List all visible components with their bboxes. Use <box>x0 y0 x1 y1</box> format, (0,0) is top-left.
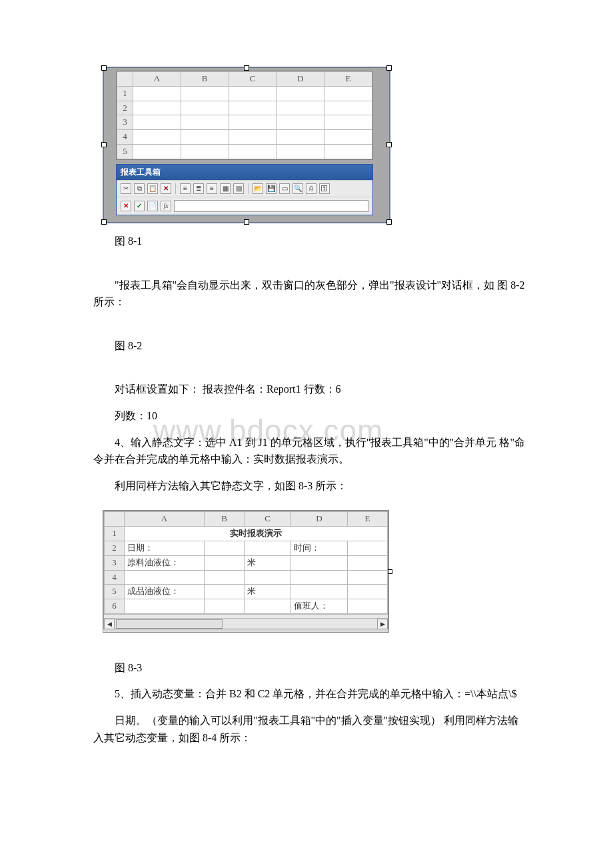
paste-icon[interactable]: 📋 <box>147 183 158 194</box>
cell[interactable] <box>245 570 291 585</box>
col-header[interactable]: E <box>348 512 388 527</box>
cell[interactable] <box>125 570 205 585</box>
cell[interactable] <box>229 144 277 159</box>
grid-corner[interactable] <box>105 512 125 527</box>
cell[interactable] <box>291 585 348 599</box>
cell[interactable] <box>181 101 229 115</box>
cell[interactable] <box>205 599 245 614</box>
var-icon[interactable]: 📄 <box>147 201 158 211</box>
cell[interactable] <box>133 115 181 130</box>
resize-handle[interactable] <box>386 142 392 147</box>
cell[interactable] <box>181 115 229 130</box>
col-header[interactable]: D <box>277 72 324 87</box>
cell[interactable] <box>133 101 181 115</box>
toolbox-title[interactable]: 报表工具箱 <box>117 165 372 180</box>
col-header[interactable]: B <box>205 512 245 527</box>
cell[interactable] <box>205 570 245 585</box>
lock-icon[interactable]: ⚿ <box>319 183 330 194</box>
cell[interactable] <box>245 599 291 614</box>
cell[interactable]: 米 <box>245 555 291 570</box>
resize-handle[interactable] <box>244 65 249 71</box>
col-header[interactable]: A <box>133 72 181 87</box>
cell[interactable] <box>181 130 229 145</box>
cell[interactable] <box>324 115 372 130</box>
row-header[interactable]: 1 <box>117 86 133 101</box>
row-header[interactable]: 2 <box>105 541 125 555</box>
row-header[interactable]: 1 <box>105 527 125 541</box>
cell[interactable] <box>348 570 388 585</box>
col-header[interactable]: C <box>245 512 291 527</box>
row-header[interactable]: 5 <box>105 585 125 599</box>
cell[interactable] <box>348 599 388 614</box>
wizard-icon[interactable]: ▭ <box>279 183 290 194</box>
row-header[interactable]: 6 <box>105 599 125 614</box>
cell[interactable]: 成品油液位： <box>125 585 205 599</box>
col-header[interactable]: A <box>125 512 205 527</box>
resize-handle[interactable] <box>388 569 392 574</box>
cell[interactable]: 日期： <box>125 541 205 555</box>
scroll-thumb[interactable] <box>116 619 223 629</box>
align-center-icon[interactable]: ≣ <box>193 183 204 194</box>
cell[interactable]: 时间： <box>291 541 348 555</box>
preview-icon[interactable]: 🔍 <box>293 183 303 194</box>
scroll-left-icon[interactable]: ◀ <box>104 619 115 629</box>
cell[interactable] <box>277 144 324 159</box>
cell[interactable] <box>205 541 245 555</box>
row-header[interactable]: 5 <box>117 144 133 159</box>
cell[interactable] <box>291 570 348 585</box>
align-right-icon[interactable]: ≡ <box>207 183 217 194</box>
cell-title[interactable]: 实时报表演示 <box>125 527 388 541</box>
row-header[interactable]: 4 <box>117 130 133 145</box>
resize-handle[interactable] <box>101 142 107 147</box>
col-header[interactable]: E <box>324 72 372 87</box>
print-icon[interactable]: ⎙ <box>306 183 316 194</box>
row-header[interactable]: 2 <box>117 101 133 115</box>
cut-icon[interactable]: ✂ <box>121 183 131 194</box>
col-header[interactable]: B <box>181 72 229 87</box>
cell[interactable] <box>125 599 205 614</box>
row-header[interactable]: 3 <box>105 555 125 570</box>
align-left-icon[interactable]: ≡ <box>180 183 191 194</box>
copy-icon[interactable]: ⧉ <box>134 183 145 194</box>
cell[interactable] <box>205 585 245 599</box>
cell[interactable] <box>324 144 372 159</box>
cell[interactable] <box>348 541 388 555</box>
resize-handle[interactable] <box>101 219 107 225</box>
cell[interactable] <box>229 130 277 145</box>
cell[interactable] <box>291 555 348 570</box>
formula-input[interactable] <box>174 200 368 212</box>
cell[interactable] <box>205 555 245 570</box>
resize-handle[interactable] <box>386 65 392 71</box>
spreadsheet-grid[interactable]: A B C D E 1 2 3 4 5 <box>116 71 373 160</box>
cell[interactable] <box>229 101 277 115</box>
confirm-icon[interactable]: ✓ <box>134 201 145 211</box>
report-toolbox[interactable]: 报表工具箱 ✂ ⧉ 📋 ✕ ≡ ≣ ≡ ▦ ▤ 📂 💾 ▭ 🔍 <box>116 164 373 215</box>
cell[interactable] <box>133 130 181 145</box>
grid-corner[interactable] <box>117 72 133 87</box>
cell[interactable] <box>324 130 372 145</box>
cell[interactable] <box>324 101 372 115</box>
cell[interactable] <box>133 144 181 159</box>
resize-handle[interactable] <box>101 65 107 71</box>
cell[interactable] <box>277 101 324 115</box>
cell[interactable] <box>245 541 291 555</box>
col-header[interactable]: C <box>229 72 277 87</box>
cell[interactable] <box>348 585 388 599</box>
cell[interactable]: 米 <box>245 585 291 599</box>
cell[interactable]: 值班人： <box>291 599 348 614</box>
cell[interactable] <box>277 86 324 101</box>
open-icon[interactable]: 📂 <box>253 183 263 194</box>
cell[interactable] <box>181 144 229 159</box>
row-header[interactable]: 4 <box>105 570 125 585</box>
cell[interactable] <box>348 555 388 570</box>
col-header[interactable]: D <box>291 512 348 527</box>
resize-handle[interactable] <box>386 219 392 225</box>
row-header[interactable]: 3 <box>117 115 133 130</box>
horizontal-scrollbar[interactable]: ◀ ▶ <box>104 618 388 629</box>
fx-icon[interactable]: fx <box>161 201 171 211</box>
cell[interactable] <box>229 86 277 101</box>
resize-handle[interactable] <box>244 219 249 225</box>
scroll-right-icon[interactable]: ▶ <box>377 619 388 629</box>
cell[interactable] <box>277 130 324 145</box>
cell[interactable] <box>133 86 181 101</box>
